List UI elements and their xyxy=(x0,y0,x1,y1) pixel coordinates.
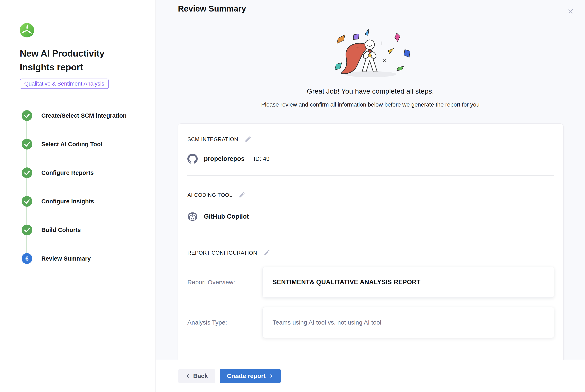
report-config-section-header: REPORT CONFIGURATION xyxy=(188,249,554,256)
wizard-footer: Back Create report xyxy=(156,360,585,392)
section-divider xyxy=(188,356,554,356)
check-icon xyxy=(22,224,32,235)
report-overview-value: SENTIMENT& QUALITATIVE ANALYSIS REPORT xyxy=(272,278,420,286)
check-icon xyxy=(22,168,32,178)
scm-section-header: SCM INTEGRATION xyxy=(188,136,554,143)
copilot-icon xyxy=(188,212,198,222)
create-report-button-label: Create report xyxy=(227,372,266,380)
pencil-icon[interactable] xyxy=(238,191,246,199)
report-type-badge: Qualitative & Sentiment Analysis xyxy=(20,78,109,89)
propeller-logo-icon xyxy=(20,23,34,38)
report-overview-value-card: SENTIMENT& QUALITATIVE ANALYSIS REPORT xyxy=(262,267,554,298)
chevron-right-icon xyxy=(269,374,274,378)
ai-tool-row: GitHub Copilot xyxy=(188,212,554,222)
hero-subheading: Please review and confirm all informatio… xyxy=(156,102,585,108)
step-label: Build Cohorts xyxy=(41,227,81,234)
scm-integration-id: ID: 49 xyxy=(254,156,270,162)
report-overview-row: Report Overview: SENTIMENT& QUALITATIVE … xyxy=(188,267,554,298)
pencil-icon[interactable] xyxy=(244,136,252,143)
summary-card: SCM INTEGRATION propelorepos ID: 49 AI C… xyxy=(178,124,564,360)
chevron-left-icon xyxy=(185,374,190,378)
step-label: Configure Reports xyxy=(41,170,94,176)
sidebar: New AI Productivity Insights report Qual… xyxy=(0,0,156,392)
ai-tool-name: GitHub Copilot xyxy=(204,213,249,220)
step-label: Configure Insights xyxy=(41,198,94,205)
back-button-label: Back xyxy=(193,372,208,380)
analysis-type-value-card: Teams using AI tool vs. not using AI too… xyxy=(262,307,554,338)
create-report-button[interactable]: Create report xyxy=(220,369,281,383)
step-item-scm-integration[interactable]: Create/Select SCM integration xyxy=(22,110,147,121)
ai-tool-section-header: AI CODING TOOL xyxy=(188,191,554,199)
scm-section-label: SCM INTEGRATION xyxy=(188,136,238,142)
analysis-type-value: Teams using AI tool vs. not using AI too… xyxy=(272,319,381,326)
step-item-configure-insights[interactable]: Configure Insights xyxy=(22,196,147,207)
pencil-icon[interactable] xyxy=(263,249,271,256)
celebration-illustration xyxy=(313,26,428,80)
check-icon xyxy=(22,139,32,150)
analysis-type-label: Analysis Type: xyxy=(188,319,262,326)
step-number-badge: 6 xyxy=(22,253,32,264)
analysis-type-row: Analysis Type: Teams using AI tool vs. n… xyxy=(188,307,554,338)
report-overview-label: Report Overview: xyxy=(188,279,262,286)
step-label: Select AI Coding Tool xyxy=(41,141,102,148)
report-wizard-window: New AI Productivity Insights report Qual… xyxy=(0,0,585,392)
completion-hero: Great Job! You have completed all steps.… xyxy=(156,0,585,108)
scm-integration-row: propelorepos ID: 49 xyxy=(188,154,554,164)
step-item-review-summary[interactable]: 6 Review Summary xyxy=(22,253,147,264)
stepper-connector xyxy=(26,116,27,258)
check-icon xyxy=(22,196,32,207)
stepper: Create/Select SCM integration Select AI … xyxy=(22,110,147,264)
step-label: Review Summary xyxy=(41,255,91,262)
review-summary-panel: Review Summary xyxy=(156,0,585,392)
hero-heading: Great Job! You have completed all steps. xyxy=(156,87,585,95)
back-button[interactable]: Back xyxy=(178,369,215,383)
check-icon xyxy=(22,110,32,121)
section-divider xyxy=(188,176,554,176)
step-number: 6 xyxy=(25,255,28,262)
report-config-section-label: REPORT CONFIGURATION xyxy=(188,250,257,256)
ai-tool-section-label: AI CODING TOOL xyxy=(188,192,232,198)
github-icon xyxy=(188,154,198,164)
scm-integration-name: propelorepos xyxy=(204,155,244,162)
step-label: Create/Select SCM integration xyxy=(41,112,126,119)
step-item-configure-reports[interactable]: Configure Reports xyxy=(22,168,147,178)
step-item-ai-coding-tool[interactable]: Select AI Coding Tool xyxy=(22,139,147,150)
wizard-title: New AI Productivity Insights report xyxy=(20,46,132,74)
step-item-build-cohorts[interactable]: Build Cohorts xyxy=(22,224,147,235)
